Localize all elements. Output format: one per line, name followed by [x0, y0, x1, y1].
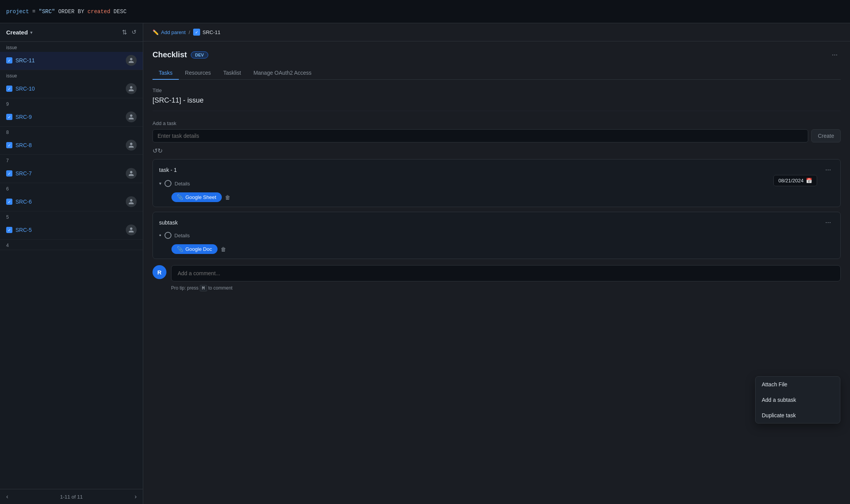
- subtask-attachments: 📎 Google Doc 🗑: [153, 241, 840, 259]
- checkbox-src8[interactable]: ✓: [6, 142, 12, 148]
- group-label-5: 5: [0, 211, 143, 221]
- issue-badge: DEV: [191, 51, 208, 58]
- google-sheet-button[interactable]: 📎 Google Sheet: [171, 192, 222, 202]
- checkbox-src6[interactable]: ✓: [6, 199, 12, 205]
- subtask-options-button[interactable]: ···: [822, 217, 834, 228]
- keyword-created: created: [87, 9, 110, 15]
- delete-attachment-icon[interactable]: 🗑: [225, 194, 230, 201]
- comment-area: R: [153, 265, 841, 281]
- context-menu-attach-file[interactable]: Attach File: [756, 377, 840, 392]
- task-1-checkbox[interactable]: [165, 180, 171, 187]
- pro-tip: Pro tip: press M to comment: [153, 285, 841, 291]
- sidebar-item-src5[interactable]: ✓ SRC-5: [0, 221, 143, 239]
- top-bar: project = "SRC" ORDER BY created DESC: [0, 0, 850, 23]
- checkbox-src5[interactable]: ✓: [6, 227, 12, 233]
- avatar-src6: [126, 196, 137, 207]
- context-menu-duplicate-task[interactable]: Duplicate task: [756, 408, 840, 423]
- sidebar-group-src6: 6 ✓ SRC-6: [0, 183, 143, 211]
- checkbox-src7[interactable]: ✓: [6, 170, 12, 177]
- breadcrumb-current: ✓ SRC-11: [193, 29, 220, 36]
- sidebar-footer: ‹ 1-11 of 11 ›: [0, 489, 143, 504]
- pro-tip-text: Pro tip: press: [171, 285, 199, 291]
- subtask-checkbox[interactable]: [165, 232, 171, 239]
- sidebar-item-src11[interactable]: ✓ SRC-11: [0, 52, 143, 70]
- shortcut-key: M: [200, 285, 207, 291]
- subtask-name: subtask: [159, 219, 178, 226]
- avatar-src10: [126, 83, 137, 94]
- issue-title: Checklist: [153, 50, 187, 59]
- item-id-src8: SRC-8: [15, 142, 32, 148]
- item-id-src9: SRC-9: [15, 114, 32, 120]
- task-card-1-header: task - 1 ···: [153, 159, 840, 178]
- issue-header: Checklist DEV ···: [153, 49, 841, 60]
- subtask-card: subtask ··· • Details 📎 Google Doc 🗑: [153, 212, 841, 259]
- sidebar-list: issue ✓ SRC-11 issue ✓ SRC-: [0, 42, 143, 489]
- checkbox-src9[interactable]: ✓: [6, 114, 12, 120]
- avatar-src9: [126, 111, 137, 122]
- item-id-src7: SRC-7: [15, 170, 32, 177]
- attachment-icon: 📎: [177, 194, 183, 200]
- comment-avatar: R: [153, 265, 166, 279]
- expand-arrow-icon[interactable]: ▾: [159, 181, 161, 186]
- sidebar-item-src7[interactable]: ✓ SRC-7: [0, 165, 143, 183]
- query-text: project = "SRC" ORDER BY created DESC: [6, 9, 127, 15]
- context-menu-add-subtask[interactable]: Add a subtask: [756, 392, 840, 408]
- group-label-7: 7: [0, 155, 143, 165]
- sidebar-group-src10: issue ✓ SRC-10: [0, 70, 143, 98]
- google-sheet-label: Google Sheet: [185, 194, 216, 200]
- next-page-button[interactable]: ›: [135, 493, 137, 500]
- checkbox-src10[interactable]: ✓: [6, 86, 12, 92]
- group-label-issue2: issue: [0, 70, 143, 80]
- calendar-icon[interactable]: 📅: [806, 178, 812, 183]
- issue-options-button[interactable]: ···: [829, 49, 841, 60]
- sidebar-group-src8: 8 ✓ SRC-8: [0, 127, 143, 155]
- sidebar-group-src9: 9 ✓ SRC-9: [0, 98, 143, 127]
- tab-resources[interactable]: Resources: [179, 67, 217, 80]
- add-parent-text: Add parent: [161, 29, 186, 35]
- add-parent-link[interactable]: ✏️ Add parent: [153, 29, 186, 35]
- tab-tasklist[interactable]: Tasklist: [217, 67, 247, 80]
- keyword-project: project: [6, 9, 29, 15]
- context-menu: Attach File Add a subtask Duplicate task: [755, 376, 840, 423]
- task-1-options-button[interactable]: ···: [822, 164, 834, 175]
- prev-page-button[interactable]: ‹: [6, 493, 8, 500]
- date-value: 08/21/2024: [778, 178, 804, 183]
- sidebar-item-src6[interactable]: ✓ SRC-6: [0, 193, 143, 211]
- task-1-row: ▾ Details: [153, 178, 840, 189]
- pencil-icon: ✏️: [153, 29, 159, 35]
- task-1-name: task - 1: [159, 167, 177, 173]
- tab-manage-oauth2[interactable]: Manage OAuth2 Access: [247, 67, 318, 80]
- group-label-issue1: issue: [0, 42, 143, 52]
- sync-icon[interactable]: ↺↻: [153, 147, 163, 154]
- delete-subtask-attachment-icon[interactable]: 🗑: [221, 246, 226, 252]
- item-id-src6: SRC-6: [15, 199, 32, 205]
- group-label-8: 8: [0, 127, 143, 137]
- issue-title-field: [SRC-11] - issue: [153, 96, 841, 111]
- sidebar-group-src11: issue ✓ SRC-11: [0, 42, 143, 70]
- sidebar-item-src9[interactable]: ✓ SRC-9: [0, 108, 143, 126]
- pro-tip-suffix: to comment: [208, 285, 233, 291]
- task-input[interactable]: [153, 129, 808, 142]
- google-doc-button[interactable]: 📎 Google Doc: [171, 244, 218, 254]
- tab-tasks[interactable]: Tasks: [153, 67, 179, 80]
- refresh-icon[interactable]: ↺: [132, 29, 137, 36]
- pagination-text: 1-11 of 11: [60, 494, 83, 500]
- sidebar-item-src10[interactable]: ✓ SRC-10: [0, 80, 143, 98]
- sidebar-group-src5: 5 ✓ SRC-5: [0, 211, 143, 240]
- comment-input[interactable]: [171, 265, 841, 281]
- item-id-src11: SRC-11: [15, 57, 35, 63]
- breadcrumb: ✏️ Add parent / ✓ SRC-11: [143, 23, 850, 41]
- avatar-src8: [126, 140, 137, 151]
- checkbox-src11[interactable]: ✓: [6, 57, 12, 63]
- sidebar-title: Created: [6, 29, 28, 36]
- create-task-button[interactable]: Create: [811, 129, 841, 142]
- task-card-1: task - 1 ··· ▾ Details 📎 Google Sheet 🗑: [153, 159, 841, 207]
- task-1-details: Details: [175, 181, 190, 187]
- group-label-6: 6: [0, 183, 143, 193]
- chevron-down-icon[interactable]: ▾: [30, 30, 33, 35]
- task-1-attachments: 📎 Google Sheet 🗑 08/21/2024 📅: [153, 189, 840, 207]
- add-task-row: Create: [153, 129, 841, 142]
- title-label: Title: [153, 87, 841, 93]
- sidebar-item-src8[interactable]: ✓ SRC-8: [0, 137, 143, 154]
- sort-icon[interactable]: ⇅: [122, 29, 127, 36]
